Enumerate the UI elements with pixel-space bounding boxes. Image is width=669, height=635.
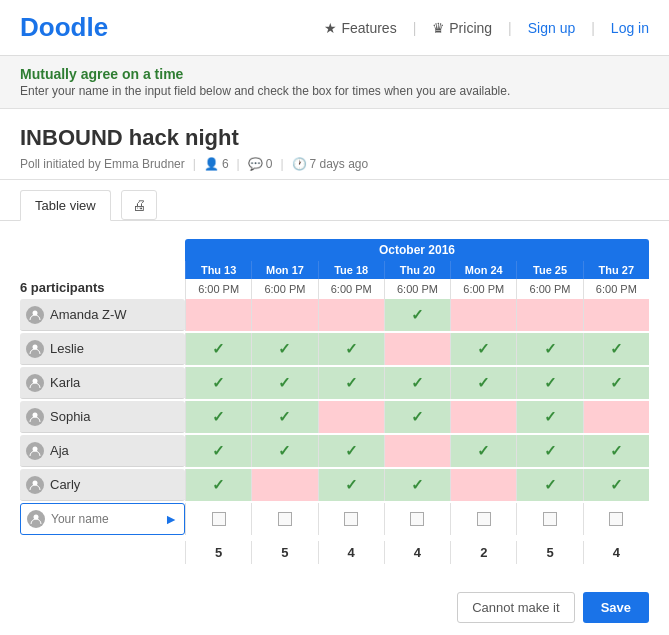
total-cell: 4 (318, 541, 384, 564)
checkmark-icon: ✓ (278, 408, 291, 426)
availability-cell[interactable]: ✓ (583, 435, 649, 467)
availability-cell[interactable]: ✓ (251, 401, 317, 433)
checkmark-icon: ✓ (411, 408, 424, 426)
checkmark-icon: ✓ (610, 340, 623, 358)
bottom-bar: Cannot make it Save (0, 580, 669, 635)
availability-cell[interactable]: ✓ (384, 469, 450, 501)
availability-cell[interactable] (516, 299, 582, 331)
tab-table-view[interactable]: Table view (20, 190, 111, 221)
input-checkbox-cell[interactable] (516, 503, 582, 535)
availability-cell[interactable] (384, 333, 450, 365)
availability-cell[interactable]: ✓ (318, 367, 384, 399)
participant-name: Leslie (50, 341, 179, 356)
input-checkbox-cell[interactable] (583, 503, 649, 535)
availability-cell[interactable]: ✓ (384, 367, 450, 399)
availability-cell[interactable]: ✓ (516, 333, 582, 365)
input-checkbox-cell[interactable] (251, 503, 317, 535)
poll-initiated-by: Poll initiated by Emma Brudner (20, 157, 185, 171)
availability-cell[interactable]: ✓ (318, 333, 384, 365)
availability-cell[interactable]: ✓ (516, 367, 582, 399)
availability-cell[interactable]: ✓ (583, 333, 649, 365)
checkmark-icon: ✓ (345, 340, 358, 358)
availability-cell[interactable] (384, 435, 450, 467)
availability-cell[interactable]: ✓ (318, 435, 384, 467)
availability-cell[interactable]: ✓ (318, 469, 384, 501)
input-checkbox-cell[interactable] (318, 503, 384, 535)
availability-cell[interactable]: ✓ (516, 401, 582, 433)
availability-cell[interactable] (583, 401, 649, 433)
availability-cell[interactable]: ✓ (516, 469, 582, 501)
name-input[interactable] (51, 512, 158, 526)
time-cell: 6:00 PM (318, 279, 384, 299)
day-header-cell: Thu 13 (185, 261, 251, 279)
participant-name: Sophia (50, 409, 179, 424)
input-checkbox-cell[interactable] (450, 503, 516, 535)
avatar-icon (26, 306, 44, 324)
availability-cell[interactable] (450, 469, 516, 501)
availability-cell[interactable] (450, 299, 516, 331)
participant-name-row: Aja (20, 435, 185, 467)
avatar-icon (26, 340, 44, 358)
poll-header: INBOUND hack night Poll initiated by Emm… (0, 109, 669, 180)
grid-column: October 2016 Thu 13Mon 17Tue 18Thu 20Mon… (185, 239, 649, 537)
totals-wrap: 5544254 (20, 541, 649, 564)
availability-cell[interactable]: ✓ (251, 367, 317, 399)
print-button[interactable]: 🖨 (121, 190, 157, 220)
availability-cell[interactable] (251, 299, 317, 331)
availability-cell[interactable]: ✓ (384, 401, 450, 433)
signup-link[interactable]: Sign up (528, 20, 575, 36)
save-button[interactable]: Save (583, 592, 649, 623)
pricing-nav-item[interactable]: ♛ Pricing (432, 20, 492, 36)
table-row: ✓ (185, 299, 649, 331)
availability-cell[interactable]: ✓ (185, 333, 251, 365)
checkmark-icon: ✓ (345, 442, 358, 460)
availability-cell[interactable] (251, 469, 317, 501)
schedule-table: 6 participants Amanda Z-W Leslie Karla S… (20, 237, 649, 564)
availability-cell[interactable]: ✓ (185, 401, 251, 433)
input-checkbox-cell[interactable] (384, 503, 450, 535)
total-cell: 5 (185, 541, 251, 564)
availability-cell[interactable]: ✓ (583, 367, 649, 399)
availability-cell[interactable]: ✓ (185, 469, 251, 501)
total-cell: 4 (384, 541, 450, 564)
nav: ★ Features | ♛ Pricing | Sign up | Log i… (324, 20, 649, 36)
features-nav-item[interactable]: ★ Features (324, 20, 396, 36)
availability-cell[interactable] (185, 299, 251, 331)
availability-cell[interactable] (450, 401, 516, 433)
avatar-icon (26, 442, 44, 460)
checkmark-icon: ✓ (212, 408, 225, 426)
availability-cell[interactable] (583, 299, 649, 331)
checkmark-icon: ✓ (477, 374, 490, 392)
checkbox[interactable] (344, 512, 358, 526)
checkbox[interactable] (477, 512, 491, 526)
name-input-row[interactable]: ► (20, 503, 185, 535)
checkbox[interactable] (278, 512, 292, 526)
availability-cell[interactable]: ✓ (450, 333, 516, 365)
availability-cell[interactable]: ✓ (384, 299, 450, 331)
availability-cell[interactable] (318, 401, 384, 433)
availability-cell[interactable]: ✓ (450, 367, 516, 399)
comment-icon: 💬 (248, 157, 263, 171)
checkbox[interactable] (410, 512, 424, 526)
cannot-make-it-button[interactable]: Cannot make it (457, 592, 574, 623)
checkmark-icon: ✓ (278, 374, 291, 392)
participant-name: Amanda Z-W (50, 307, 179, 322)
availability-cell[interactable]: ✓ (185, 435, 251, 467)
participants-meta: 👤 6 (204, 157, 229, 171)
input-checkbox-cell[interactable] (185, 503, 251, 535)
availability-cell[interactable]: ✓ (450, 435, 516, 467)
availability-cell[interactable] (318, 299, 384, 331)
availability-cell[interactable]: ✓ (251, 333, 317, 365)
checkmark-icon: ✓ (544, 476, 557, 494)
comments-meta: 💬 0 (248, 157, 273, 171)
checkmark-icon: ✓ (345, 476, 358, 494)
availability-cell[interactable]: ✓ (251, 435, 317, 467)
availability-cell[interactable]: ✓ (583, 469, 649, 501)
availability-cell[interactable]: ✓ (185, 367, 251, 399)
login-link[interactable]: Log in (611, 20, 649, 36)
checkbox[interactable] (609, 512, 623, 526)
availability-cell[interactable]: ✓ (516, 435, 582, 467)
checkbox[interactable] (212, 512, 226, 526)
time-cell: 6:00 PM (583, 279, 649, 299)
checkbox[interactable] (543, 512, 557, 526)
